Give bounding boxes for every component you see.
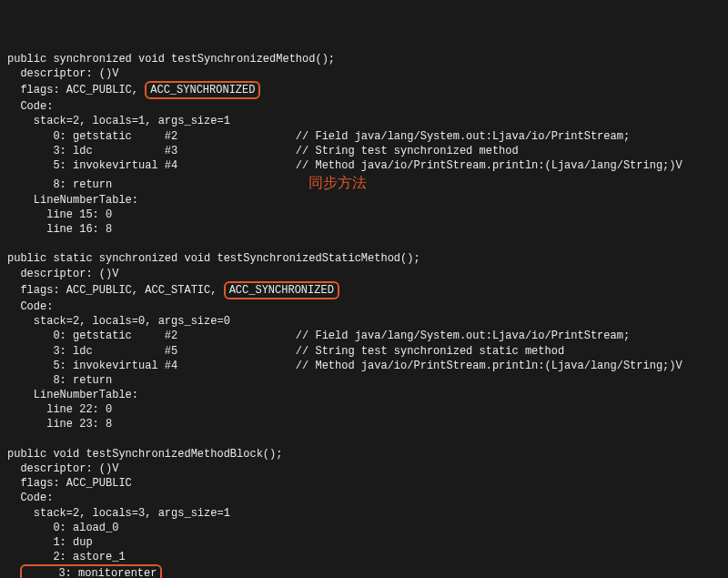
method2-instr-5: 5: invokevirtual #4 // Method java/io/Pr… xyxy=(7,360,682,372)
method3-code-label: Code: xyxy=(7,492,53,504)
method1-instr-8: 8: return xyxy=(7,178,112,191)
method1-signature: public synchronized void testSynchronize… xyxy=(7,53,335,66)
method2-descriptor: descriptor: ()V xyxy=(7,268,118,280)
method1-stack: stack=2, locals=1, args_size=1 xyxy=(7,115,230,127)
method3-instr-0: 0: aload_0 xyxy=(7,522,118,534)
method2-instr-8: 8: return xyxy=(7,374,112,387)
method2-signature: public static synchronized void testSync… xyxy=(7,252,420,265)
method1-instr-3: 3: ldc #3 // String test synchronized me… xyxy=(7,145,519,157)
method3-signature: public void testSynchronizedMethodBlock(… xyxy=(7,448,282,461)
method3-descriptor: descriptor: ()V xyxy=(7,462,118,475)
method1-instr-5: 5: invokevirtual #4 // Method java/io/Pr… xyxy=(7,159,682,172)
method3-instr-1: 1: dup xyxy=(7,536,93,549)
method2-flags-prefix: flags: ACC_PUBLIC, ACC_STATIC, xyxy=(7,284,224,297)
method3-instr-2: 2: astore_1 xyxy=(7,551,126,563)
method1-instr-0: 0: getstatic #2 // Field java/lang/Syste… xyxy=(7,130,630,143)
method2-lnt-2: line 23: 8 xyxy=(7,418,112,431)
method2-stack: stack=2, locals=0, args_size=0 xyxy=(7,315,230,328)
method1-descriptor: descriptor: ()V xyxy=(7,67,118,80)
method2-code-label: Code: xyxy=(7,300,53,313)
method1-lnt-1: line 15: 0 xyxy=(7,208,112,221)
method2-lnt: LineNumberTable: xyxy=(7,389,138,401)
method2-instr-0: 0: getstatic #2 // Field java/lang/Syste… xyxy=(7,330,630,342)
highlight-monitorenter: 3: monitorenter xyxy=(20,564,162,578)
annotation-sync-method: 同步方法 xyxy=(308,173,367,193)
method1-code-label: Code: xyxy=(7,100,53,113)
method2-instr-3: 3: ldc #5 // String test synchronized st… xyxy=(7,345,564,358)
method1-lnt: LineNumberTable: xyxy=(7,194,138,207)
method3-stack: stack=2, locals=3, args_size=1 xyxy=(7,507,230,520)
method2-lnt-1: line 22: 0 xyxy=(7,403,112,416)
method1-flags-prefix: flags: ACC_PUBLIC, xyxy=(7,84,145,96)
highlight-acc-synchronized-2: ACC_SYNCHRONIZED xyxy=(224,281,339,299)
highlight-acc-synchronized-1: ACC_SYNCHRONIZED xyxy=(145,81,260,99)
method3-flags: flags: ACC_PUBLIC xyxy=(7,477,132,490)
method1-lnt-2: line 16: 8 xyxy=(7,223,112,236)
